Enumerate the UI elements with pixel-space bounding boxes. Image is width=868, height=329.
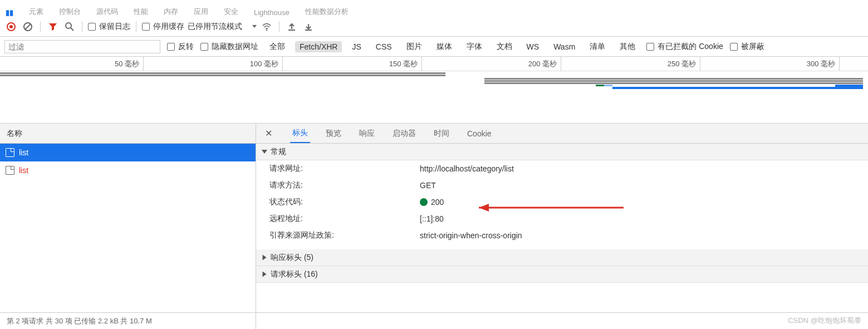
request-url-row: 请求网址: http://localhost/category/list [256,160,868,177]
document-icon [6,166,14,175]
watermark: CSDN @吃饱饱坏蜀黍 [788,316,861,326]
svg-point-4 [66,23,71,28]
timeline-bars [0,72,868,117]
general-section-header[interactable]: 常规 [256,144,868,160]
detail-panel: ✕ 标头 预览 响应 启动器 时间 Cookie 常规 请求网址: http:/… [256,124,868,329]
chevron-down-icon [252,25,257,28]
response-headers-section[interactable]: 响应标头 (5) [256,249,868,266]
request-list: list list [0,144,256,329]
record-icon[interactable] [4,20,18,33]
filter-type-font[interactable]: 字体 [462,41,487,53]
filter-icon[interactable] [46,20,60,33]
disable-cache-checkbox[interactable]: 停用缓存 [142,22,184,32]
filter-type-css[interactable]: CSS [371,41,396,52]
filter-type-all[interactable]: 全部 [265,41,290,53]
request-method-row: 请求方法: GET [256,177,868,194]
network-toolbar: 保留日志 停用缓存 已停用节流模式 [0,17,868,37]
download-icon[interactable] [302,20,315,33]
network-conditions-icon[interactable] [260,20,273,33]
request-list-panel: 名称 list list [0,124,256,329]
name-column-header[interactable]: 名称 [0,124,256,144]
chevron-right-icon [263,255,267,261]
svg-line-5 [71,28,73,31]
tab-cookies[interactable]: Cookie [465,124,494,143]
blocked-checkbox[interactable]: 被屏蔽 [730,42,764,52]
upload-icon[interactable] [285,20,298,33]
devtools-menu-icon[interactable]: ▮▮ [6,8,13,17]
remote-address-row: 远程地址: [::1]:80 [256,210,868,227]
hide-data-urls-checkbox[interactable]: 隐藏数据网址 [200,42,258,52]
filter-type-doc[interactable]: 文档 [492,41,517,53]
blocked-cookies-checkbox[interactable]: 有已拦截的 Cookie [646,42,723,52]
filter-type-tabs: 全部 Fetch/XHR JS CSS 图片 媒体 字体 文档 WS Wasm … [265,41,640,53]
tab-initiator[interactable]: 启动器 [390,124,418,143]
clear-icon[interactable] [21,20,35,33]
status-bar: 第 2 项请求 共 30 项 已传输 2.2 kB 共 10.7 M [0,312,868,329]
close-detail-icon[interactable]: ✕ [261,128,277,139]
preserve-log-checkbox[interactable]: 保留日志 [88,22,130,32]
svg-line-3 [25,24,31,30]
referrer-policy-row: 引荐来源网址政策: strict-origin-when-cross-origi… [256,227,868,244]
filter-type-img[interactable]: 图片 [402,41,426,53]
filter-input[interactable] [4,40,160,53]
filter-type-other[interactable]: 其他 [615,41,640,53]
filter-type-ws[interactable]: WS [522,41,544,52]
request-row[interactable]: list [0,161,256,179]
filter-row: 反转 隐藏数据网址 全部 Fetch/XHR JS CSS 图片 媒体 字体 文… [0,37,868,57]
chevron-down-icon [262,150,267,154]
filter-type-manifest[interactable]: 清单 [585,41,610,53]
detail-tabs: ✕ 标头 预览 响应 启动器 时间 Cookie [256,124,868,144]
timeline-overview[interactable]: 50 毫秒 100 毫秒 150 毫秒 200 毫秒 250 毫秒 300 毫秒 [0,57,868,124]
filter-type-wasm[interactable]: Wasm [549,41,580,52]
throttling-select[interactable]: 已停用节流模式 [188,22,257,32]
content-area: 名称 list list ✕ 标头 预览 响应 启动器 时间 Cookie 常规 [0,124,868,329]
invert-checkbox[interactable]: 反转 [167,42,194,52]
search-icon[interactable] [63,20,76,33]
tab-timing[interactable]: 时间 [431,124,452,143]
filter-type-fetch-xhr[interactable]: Fetch/XHR [295,41,342,52]
tab-headers[interactable]: 标头 [290,124,310,143]
chevron-right-icon [263,272,267,277]
tab-preview[interactable]: 预览 [323,124,344,143]
status-code-row: 状态代码: 200 [256,194,868,210]
request-row[interactable]: list [0,144,256,161]
svg-point-1 [9,25,13,28]
document-icon [6,148,14,157]
filter-type-media[interactable]: 媒体 [432,41,457,53]
detail-body: 常规 请求网址: http://localhost/category/list … [256,144,868,329]
filter-type-js[interactable]: JS [347,41,365,52]
timeline-ruler: 50 毫秒 100 毫秒 150 毫秒 200 毫秒 250 毫秒 300 毫秒 [0,57,868,71]
svg-point-6 [266,29,267,30]
status-dot-icon [420,198,428,206]
tab-response[interactable]: 响应 [357,124,377,143]
devtools-tabs: ▮▮ 元素 控制台 源代码 性能 内存 应用 安全 Lighthouse 性能数… [0,0,868,17]
request-headers-section[interactable]: 请求标头 (16) [256,266,868,283]
